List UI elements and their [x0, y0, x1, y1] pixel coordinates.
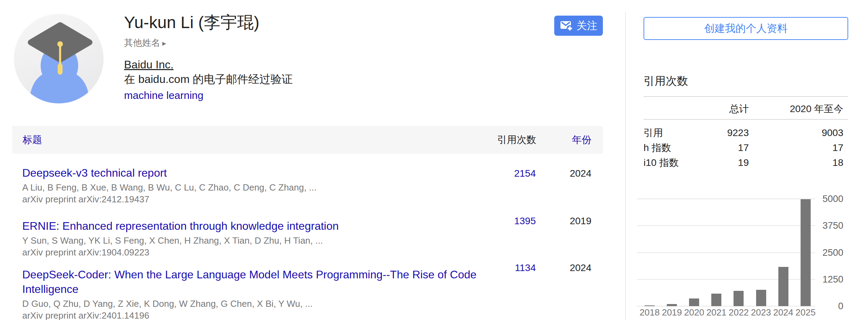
citations-per-year-chart: 0125025003750500020182019202020212022202… — [637, 194, 852, 319]
article-venue: arXiv preprint arXiv:2412.19437 — [22, 193, 495, 205]
chart-bar-2020[interactable] — [689, 298, 699, 306]
article-row: ERNIE: Enhanced representation through k… — [22, 219, 495, 258]
stats-divider — [644, 96, 848, 97]
stats-divider — [644, 119, 848, 120]
chart-x-axis-label: 2025 — [790, 308, 821, 317]
follow-button[interactable]: 关注 — [554, 16, 603, 36]
stat-value-h-index-all: 17 — [679, 140, 749, 155]
chart-bar-2025[interactable] — [801, 199, 811, 306]
stat-value-citations-all: 9223 — [679, 125, 749, 140]
article-title-link[interactable]: ERNIE: Enhanced representation through k… — [22, 220, 339, 232]
chart-bar-2021[interactable] — [711, 294, 721, 306]
article-row: DeepSeek-Coder: When the Large Language … — [22, 267, 495, 320]
article-year: 2024 — [536, 167, 591, 180]
create-my-profile-button[interactable]: 创建我的个人资料 — [644, 17, 848, 40]
article-year: 2024 — [536, 262, 591, 274]
profile-avatar — [14, 14, 104, 103]
stats-column-since-2020: 2020 年至今 — [774, 103, 843, 115]
chart-bar-2022[interactable] — [734, 291, 744, 306]
content-sidebar-divider — [625, 12, 626, 320]
chart-bar-2018[interactable] — [645, 305, 655, 306]
email-verified-text: 在 baidu.com 的电子邮件经过验证 — [124, 72, 293, 86]
article-cited-by-link[interactable]: 2154 — [466, 167, 536, 180]
stat-value-i10-index-all: 19 — [679, 155, 749, 170]
cited-by-heading[interactable]: 引用次数 — [644, 74, 688, 89]
chart-gridline — [637, 252, 815, 253]
stat-label-i10-index: i10 指数 — [644, 155, 679, 170]
column-header-year[interactable]: 年份 — [536, 135, 591, 145]
profile-name: Yu-kun Li (李宇琨) — [124, 12, 259, 33]
stats-column-all: 总计 — [679, 103, 749, 115]
article-authors: D Guo, Q Zhu, D Yang, Z Xie, K Dong, W Z… — [22, 298, 495, 310]
stat-label-h-index: h 指数 — [644, 140, 671, 155]
stat-label-citations: 引用 — [644, 125, 663, 140]
article-title-link[interactable]: Deepseek-v3 technical report — [22, 167, 167, 179]
chart-gridline — [637, 279, 815, 280]
chart-gridline — [637, 225, 815, 226]
avatar-tassel — [58, 64, 63, 75]
article-authors: Y Sun, S Wang, YK Li, S Feng, X Chen, H … — [22, 235, 495, 246]
article-venue: arXiv preprint arXiv:1904.09223 — [22, 246, 495, 258]
chart-bar-2024[interactable] — [778, 267, 788, 306]
chart-bar-2019[interactable] — [667, 304, 677, 306]
article-row: Deepseek-v3 technical report A Liu, B Fe… — [22, 166, 495, 205]
mail-plus-icon — [560, 20, 573, 31]
interest-link-machine-learning[interactable]: machine learning — [124, 89, 203, 102]
article-title-link[interactable]: DeepSeek-Coder: When the Large Language … — [22, 268, 476, 295]
article-venue: arXiv preprint arXiv:2401.14196 — [22, 310, 495, 320]
article-cited-by-link[interactable]: 1395 — [466, 215, 536, 227]
follow-button-label: 关注 — [576, 19, 597, 33]
article-cited-by-link[interactable]: 1134 — [466, 262, 536, 274]
column-header-cited-by: 引用次数 — [467, 135, 536, 145]
other-names-label: 其他姓名 — [124, 37, 160, 48]
chart-bar-2023[interactable] — [756, 290, 766, 306]
column-header-title[interactable]: 标题 — [23, 135, 42, 145]
chart-gridline — [637, 199, 815, 199]
article-year: 2019 — [536, 215, 591, 227]
affiliation-link[interactable]: Baidu Inc. — [124, 58, 173, 71]
chart-gridline — [637, 306, 815, 306]
chevron-right-icon: ▸ — [162, 39, 166, 48]
other-names-toggle[interactable]: 其他姓名▸ — [124, 37, 166, 49]
stat-value-i10-index-since: 18 — [774, 155, 843, 170]
stat-value-citations-since: 9003 — [774, 125, 843, 140]
stat-value-h-index-since: 17 — [774, 140, 843, 155]
article-authors: A Liu, B Feng, B Xue, B Wang, B Wu, C Lu… — [22, 182, 495, 193]
